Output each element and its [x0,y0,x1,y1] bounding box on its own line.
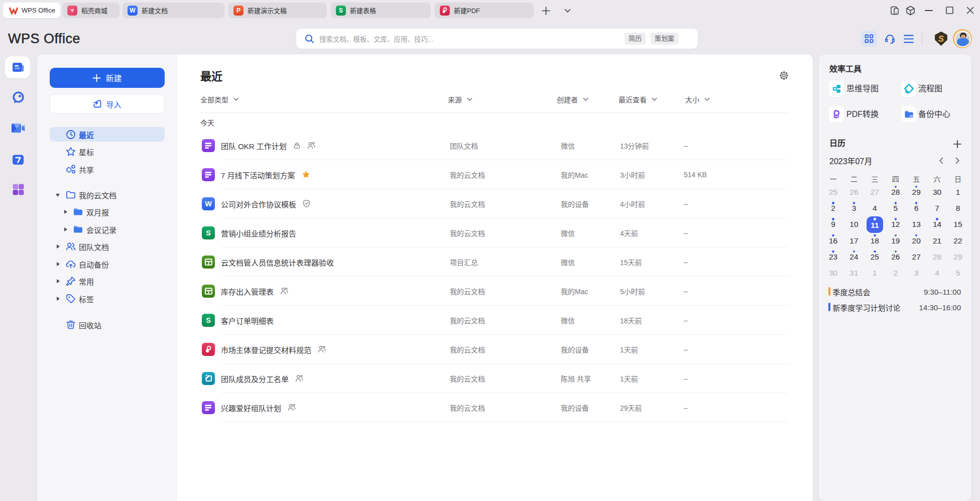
svg-text:S: S [938,34,944,44]
